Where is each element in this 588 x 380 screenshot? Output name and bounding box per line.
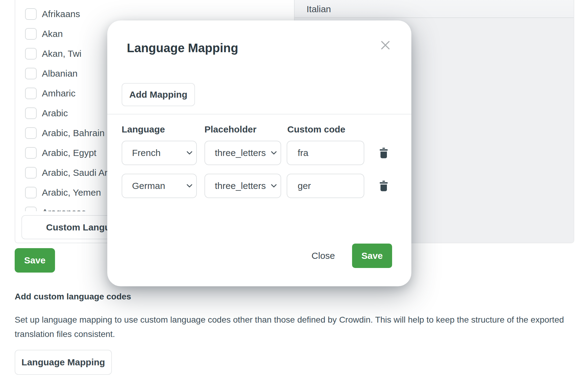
language-label: Afrikaans — [42, 9, 80, 19]
list-item[interactable]: Amharic — [25, 88, 75, 99]
custom-code-input[interactable] — [287, 141, 364, 165]
language-label: Akan — [42, 29, 63, 39]
chevron-down-icon — [186, 184, 193, 188]
list-item[interactable]: Albanian — [25, 68, 78, 79]
chevron-down-icon — [271, 151, 277, 155]
language-select[interactable]: French — [122, 141, 197, 165]
language-mapping-button[interactable]: Language Mapping — [15, 350, 112, 375]
language-checkbox[interactable] — [25, 147, 37, 159]
language-label: Albanian — [42, 68, 78, 79]
selected-language-label: Italian — [307, 4, 331, 14]
delete-mapping-button[interactable] — [377, 180, 390, 192]
language-label: Arabic, Yemen — [42, 187, 101, 198]
delete-mapping-button[interactable] — [377, 147, 390, 159]
placeholder-select[interactable]: three_letters — [204, 141, 281, 165]
placeholder-select-value: three_letters — [215, 148, 266, 158]
trash-icon — [380, 181, 388, 191]
language-checkbox[interactable] — [25, 88, 37, 99]
trash-icon — [380, 148, 388, 158]
column-header-placeholder: Placeholder — [204, 124, 256, 135]
language-label: Arabic, Bahrain — [42, 128, 105, 138]
language-label: Arabic — [42, 108, 68, 118]
close-icon — [381, 41, 390, 50]
language-checkbox[interactable] — [25, 68, 37, 79]
selected-language-row: Italian — [295, 0, 574, 18]
section-heading: Add custom language codes — [15, 292, 131, 302]
mapping-row: German three_letters — [122, 174, 397, 198]
language-label: Akan, Twi — [42, 49, 82, 59]
language-select-value: German — [132, 181, 165, 191]
chevron-down-icon — [186, 151, 193, 155]
list-item[interactable]: Aragonese — [25, 207, 86, 211]
language-checkbox[interactable] — [25, 167, 37, 179]
placeholder-select-value: three_letters — [215, 181, 266, 191]
language-checkbox[interactable] — [25, 48, 37, 60]
language-checkbox[interactable] — [25, 107, 37, 119]
language-select[interactable]: German — [122, 174, 197, 198]
modal-title: Language Mapping — [127, 41, 238, 55]
modal-close-text-button[interactable]: Close — [311, 251, 335, 261]
modal-save-button[interactable]: Save — [352, 244, 392, 268]
list-item[interactable]: Akan, Twi — [25, 48, 82, 60]
language-label: Amharic — [42, 88, 75, 99]
list-item[interactable]: Afrikaans — [25, 8, 80, 20]
language-checkbox[interactable] — [25, 207, 37, 211]
language-label: Aragonese — [42, 207, 86, 211]
list-item[interactable]: Arabic, Yemen — [25, 187, 101, 198]
column-header-language: Language — [122, 124, 165, 135]
mapping-row: French three_letters — [122, 141, 397, 165]
language-label: Arabic, Egypt — [42, 148, 96, 158]
list-item[interactable]: Arabic — [25, 107, 68, 119]
language-checkbox[interactable] — [25, 8, 37, 20]
add-mapping-button[interactable]: Add Mapping — [122, 83, 195, 106]
placeholder-select[interactable]: three_letters — [204, 174, 281, 198]
column-header-custom-code: Custom code — [287, 124, 345, 135]
modal-close-button[interactable] — [377, 37, 393, 53]
list-item[interactable]: Arabic, Egypt — [25, 147, 96, 159]
list-item[interactable]: Arabic, Bahrain — [25, 127, 105, 139]
language-checkbox[interactable] — [25, 28, 37, 40]
page-save-button[interactable]: Save — [15, 248, 55, 273]
custom-code-input[interactable] — [287, 174, 364, 198]
language-checkbox[interactable] — [25, 187, 37, 198]
modal-footer: Close Save — [311, 244, 392, 268]
chevron-down-icon — [271, 184, 277, 188]
list-item[interactable]: Akan — [25, 28, 63, 40]
language-select-value: French — [132, 148, 160, 158]
modal-divider — [107, 114, 411, 114]
section-description: Set up language mapping to use custom la… — [15, 313, 579, 341]
language-checkbox[interactable] — [25, 127, 37, 139]
language-mapping-modal: Language Mapping Add Mapping Language Pl… — [107, 20, 411, 286]
